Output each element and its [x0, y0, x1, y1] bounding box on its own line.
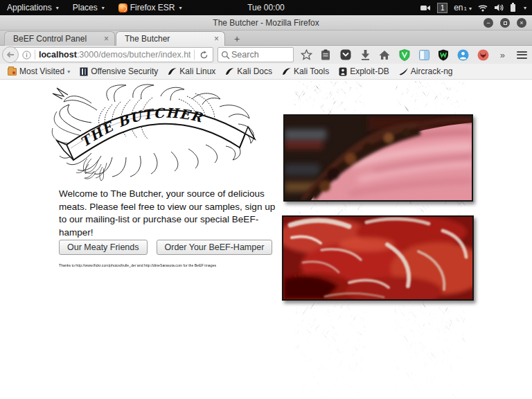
bookmark-kali-tools[interactable]: Kali Tools [277, 64, 334, 79]
system-menu-chevron-icon[interactable]: ▾ [524, 5, 526, 11]
tab-beef-control-panel[interactable]: BeEF Control Panel × [4, 31, 115, 46]
green-shield-icon [399, 49, 410, 61]
divider [35, 50, 35, 60]
firefox-icon [118, 3, 127, 12]
clipboard-button[interactable] [316, 46, 335, 63]
navigation-toolbar: localhost :3000/demos/butcher/index.html [0, 46, 532, 64]
home-button[interactable] [375, 46, 394, 63]
url-bar[interactable]: localhost :3000/demos/butcher/index.html [10, 47, 213, 62]
fox-icon [477, 49, 489, 61]
tab-label: BeEF Control Panel [13, 34, 100, 44]
pocket-button[interactable] [336, 46, 355, 63]
bookmark-star-button[interactable] [296, 46, 316, 63]
kali-dragon-icon [282, 67, 291, 76]
tab-close-icon[interactable]: × [104, 34, 109, 44]
overflow-button[interactable]: » [493, 46, 512, 63]
butcher-logo: THE BUTCHER [43, 82, 260, 182]
blue-panel-icon [419, 50, 429, 60]
new-tab-button[interactable]: + [229, 33, 245, 45]
bookmark-exploit-db[interactable]: Exploit-DB [334, 64, 394, 79]
maximize-button[interactable] [500, 18, 510, 28]
url-path: :3000/demos/butcher/index.html [77, 50, 190, 60]
star-icon [301, 49, 312, 60]
tab-bar: BeEF Control Panel × The Butcher × + [0, 30, 532, 46]
raw-meat-image [282, 215, 474, 301]
bookmark-aircrack-ng[interactable]: Aircrack-ng [394, 64, 458, 79]
reload-icon[interactable] [200, 51, 209, 60]
offensive-security-icon [80, 67, 88, 76]
divider [194, 50, 195, 60]
firefox-app-menu-label: Firefox ESR [130, 3, 175, 12]
chevron-down-icon: ▾ [102, 5, 105, 11]
downloads-button[interactable] [355, 46, 375, 63]
hamburger-icon [517, 51, 527, 59]
window-controls: − × [484, 18, 526, 28]
battery-icon[interactable] [510, 3, 516, 12]
credits-text: Thanks to http://www.flickr.com/photos/b… [59, 263, 216, 267]
back-arrow-icon [6, 51, 15, 58]
maximize-icon [504, 21, 507, 25]
desktop-top-panel: Applications ▾ Places ▾ Firefox ESR ▾ Tu… [0, 0, 532, 15]
addon-wappalyzer-button[interactable] [434, 46, 453, 63]
meaty-friends-button[interactable]: Our Meaty Friends [59, 240, 148, 255]
search-bar[interactable] [218, 47, 294, 62]
window-title: The Butcher - Mozilla Firefox [213, 18, 319, 28]
workspace-indicator[interactable]: 1 [437, 3, 447, 13]
keyboard-layout-indicator[interactable]: en1 ▾ [454, 3, 472, 12]
clipboard-icon [321, 49, 330, 60]
bookmark-kali-linux[interactable]: Kali Linux [163, 64, 220, 79]
wifi-icon[interactable] [478, 4, 488, 12]
menu-button[interactable] [513, 46, 532, 63]
overflow-chevron-icon: » [500, 50, 505, 60]
foxyproxy-button[interactable] [473, 46, 493, 63]
toolbar-buttons: » [296, 46, 532, 64]
welcome-text: Welcome to The Butcher, your source of d… [59, 188, 285, 239]
screen-recorder-icon[interactable] [420, 4, 431, 12]
panel-status-area: 1 en1 ▾ ▾ [420, 0, 532, 15]
window-titlebar[interactable]: The Butcher - Mozilla Firefox − × [0, 15, 532, 30]
bookmark-most-visited[interactable]: Most Visited ▾ [3, 64, 75, 79]
bookmarks-toolbar: Most Visited ▾ Offensive Security Kali L… [0, 64, 532, 80]
black-shield-icon [438, 49, 449, 61]
download-arrow-icon [360, 49, 371, 60]
close-button[interactable]: × [517, 18, 526, 28]
chevron-down-icon: ▾ [56, 5, 59, 11]
roast-beef-image [283, 114, 473, 202]
folder-icon [8, 68, 17, 76]
addon-https-everywhere-button[interactable] [395, 46, 414, 63]
bookmark-kali-docs[interactable]: Kali Docs [220, 64, 277, 79]
tab-close-icon[interactable]: × [214, 34, 219, 44]
tab-label: The Butcher [125, 34, 210, 44]
home-icon [379, 50, 390, 60]
action-buttons: Our Meaty Friends Order Your BeEF-Hamper [59, 240, 272, 255]
applications-menu-label: Applications [7, 3, 52, 12]
account-person-icon [457, 49, 469, 61]
chevron-down-icon: ▾ [469, 6, 472, 12]
places-menu-label: Places [73, 3, 98, 12]
order-hamper-button[interactable]: Order Your BeEF-Hamper [157, 240, 273, 255]
bookmark-offensive-security[interactable]: Offensive Security [75, 64, 163, 79]
chevron-down-icon: ▾ [179, 5, 181, 11]
chevron-down-icon: ▾ [67, 69, 70, 75]
firefox-account-button[interactable] [454, 46, 473, 63]
browser-viewport: THE BUTCHER Welcome to The Butcher, your… [0, 80, 532, 399]
volume-icon[interactable] [494, 3, 504, 12]
aircrack-ng-icon [399, 67, 408, 76]
exploit-db-icon [339, 67, 347, 76]
screen: Applications ▾ Places ▾ Firefox ESR ▾ Tu… [0, 0, 532, 399]
addon-sidebar-button[interactable] [414, 46, 434, 63]
pocket-icon [340, 49, 351, 60]
applications-menu[interactable]: Applications ▾ [0, 0, 66, 15]
page-info-icon[interactable] [22, 51, 31, 60]
search-input[interactable] [230, 49, 285, 60]
firefox-app-menu[interactable]: Firefox ESR ▾ [112, 0, 189, 15]
kali-dragon-icon [225, 67, 234, 76]
kali-dragon-icon [168, 67, 177, 76]
back-button[interactable] [2, 46, 19, 63]
minimize-button[interactable]: − [484, 18, 493, 28]
url-host: localhost [39, 50, 77, 60]
tab-the-butcher[interactable]: The Butcher × [116, 31, 225, 46]
places-menu[interactable]: Places ▾ [66, 0, 112, 15]
search-icon [221, 51, 230, 60]
